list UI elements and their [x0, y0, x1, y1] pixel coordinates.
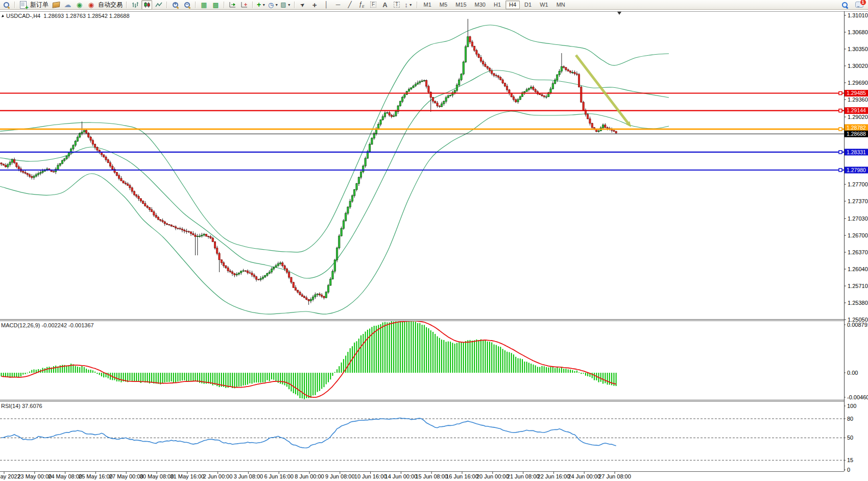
svg-text:100: 100	[847, 403, 856, 409]
market-depth-icon[interactable]: ☁	[62, 0, 73, 10]
candlestick-chart-icon[interactable]	[141, 0, 152, 10]
vertical-line-icon[interactable]: │	[321, 0, 332, 10]
new-order-icon-label[interactable]: 新订单	[30, 1, 49, 9]
hline-handle[interactable]	[839, 128, 842, 131]
svg-text:10 Jun 16:00: 10 Jun 16:00	[354, 473, 387, 479]
svg-text:1.28688: 1.28688	[847, 131, 866, 137]
svg-text:27 Jun 08:00: 27 Jun 08:00	[598, 473, 631, 479]
trendline-icon[interactable]: ╱	[345, 0, 355, 10]
timeframe-h1-button[interactable]: H1	[490, 1, 504, 9]
svg-text:80: 80	[847, 416, 853, 422]
indicators-icon[interactable]: +▼	[256, 0, 267, 10]
svg-text:15: 15	[847, 457, 853, 463]
timeframe-m15-button[interactable]: M15	[452, 1, 470, 9]
main-toolbar: +新订单☁◉◉自动交易+−▦▩+▼◷▼▨▼➤+│─╱ƒEFAT↕▼M1M5M15…	[0, 0, 868, 10]
timeframe-m5-button[interactable]: M5	[436, 1, 451, 9]
svg-text:23 May 00:00: 23 May 00:00	[17, 473, 52, 479]
arrows-icon[interactable]: ↕▼	[403, 0, 414, 10]
svg-text:1.30680: 1.30680	[848, 29, 868, 35]
svg-text:1.30350: 1.30350	[848, 46, 868, 52]
notification-badge: 1	[860, 0, 866, 6]
notifications-chat-icon[interactable]: 1	[854, 0, 864, 10]
chevron-down-icon: ▼	[409, 3, 413, 7]
auto-scroll-icon[interactable]	[227, 0, 238, 10]
templates-icon[interactable]: ▨▼	[280, 0, 291, 10]
price-badge-support: 1.27980	[845, 167, 868, 174]
svg-text:1.27700: 1.27700	[848, 181, 868, 187]
toolbar-separator	[166, 2, 167, 8]
chart-window[interactable]: 1.310101.306801.303501.300201.296901.293…	[0, 0, 868, 481]
horizontal-line-icon[interactable]: ─	[333, 0, 344, 10]
svg-text:1.26700: 1.26700	[848, 232, 868, 238]
chart-shift-icon[interactable]	[239, 0, 250, 10]
cascade-windows-icon[interactable]: ▩	[210, 0, 221, 10]
svg-text:31 May 16:00: 31 May 16:00	[170, 473, 204, 479]
toolbar-separator	[195, 2, 196, 8]
text-label-icon[interactable]: T	[392, 0, 402, 10]
svg-text:25 May 16:00: 25 May 16:00	[79, 473, 113, 479]
timeframe-h4-button[interactable]: H4	[505, 1, 520, 9]
toolbar-separator	[252, 2, 253, 8]
timeframe-m30-button[interactable]: M30	[471, 1, 489, 9]
text-icon[interactable]: A	[380, 0, 391, 10]
chart-canvas[interactable]: 1.310101.306801.303501.300201.296901.293…	[0, 0, 868, 481]
svg-text:1.25710: 1.25710	[848, 283, 868, 289]
svg-text:1.27370: 1.27370	[848, 198, 868, 204]
toolbar-separator	[126, 2, 127, 8]
svg-text:15 Jun 08:00: 15 Jun 08:00	[415, 473, 448, 479]
crosshair-icon[interactable]: +	[309, 0, 320, 10]
periods-clock-icon[interactable]: ◷▼	[268, 0, 279, 10]
svg-text:14 Jun 00:00: 14 Jun 00:00	[385, 473, 418, 479]
timeframe-w1-button[interactable]: W1	[536, 1, 552, 9]
cursor-icon[interactable]: ➤	[298, 0, 308, 10]
svg-text:22 Jun 16:00: 22 Jun 16:00	[538, 473, 570, 479]
price-badge-resistance: 1.29485	[845, 90, 868, 97]
search-icon[interactable]	[839, 0, 850, 10]
svg-text:2 Jun 00:00: 2 Jun 00:00	[203, 473, 233, 479]
svg-text:1.31010: 1.31010	[848, 12, 868, 18]
auto-trading-icon[interactable]: ◉	[86, 0, 97, 10]
svg-text:21 Jun 08:00: 21 Jun 08:00	[507, 473, 540, 479]
line-chart-icon[interactable]	[153, 0, 164, 10]
svg-text:1.29360: 1.29360	[848, 97, 868, 103]
tile-windows-icon[interactable]: ▦	[199, 0, 209, 10]
svg-text:24 May 08:00: 24 May 08:00	[48, 473, 82, 479]
svg-text:1.26040: 1.26040	[848, 266, 868, 272]
svg-text:27 May 00:00: 27 May 00:00	[109, 473, 143, 479]
timeframe-m1-button[interactable]: M1	[420, 1, 435, 9]
new-order-icon[interactable]: +	[18, 0, 29, 10]
svg-text:1.30020: 1.30020	[848, 63, 868, 69]
fibonacci-icon[interactable]: ƒE	[356, 0, 367, 10]
svg-text:3 Jun 08:00: 3 Jun 08:00	[234, 473, 263, 479]
chevron-down-icon: ▼	[275, 3, 278, 7]
svg-text:1.28331: 1.28331	[847, 149, 866, 155]
price-badge-bid: 1.28688	[845, 131, 868, 137]
svg-text:16 Jun 16:00: 16 Jun 16:00	[446, 473, 478, 479]
svg-text:1.27030: 1.27030	[848, 215, 868, 222]
svg-text:1.29690: 1.29690	[848, 80, 868, 86]
svg-text:8 Jun 00:00: 8 Jun 00:00	[295, 473, 324, 479]
zoom-out-icon[interactable]: −	[182, 0, 192, 10]
svg-text:1.29485: 1.29485	[847, 90, 866, 96]
auto-trading-icon-label[interactable]: 自动交易	[98, 1, 123, 9]
styler-bucket-icon[interactable]	[51, 0, 61, 10]
price-badge-support: 1.28331	[845, 149, 868, 155]
signals-icon[interactable]: ◉	[74, 0, 85, 10]
bar-chart-icon[interactable]	[130, 0, 140, 10]
timeframe-d1-button[interactable]: D1	[521, 1, 535, 9]
fibo-grid-icon[interactable]: F	[368, 0, 379, 10]
hline-handle[interactable]	[839, 109, 842, 112]
hline-handle[interactable]	[839, 151, 842, 154]
svg-text:1.26370: 1.26370	[848, 249, 868, 255]
zoom-in-icon[interactable]: +	[170, 0, 181, 10]
hline-handle[interactable]	[839, 92, 842, 95]
svg-text:30 May 08:00: 30 May 08:00	[140, 473, 174, 479]
svg-text:1.25380: 1.25380	[848, 300, 868, 306]
symbols-search-icon[interactable]	[1, 0, 12, 10]
hline-handle[interactable]	[839, 169, 842, 172]
toolbar-separator	[417, 2, 418, 8]
price-badge-pivot: 1.28782	[845, 124, 868, 131]
timeframe-mn-button[interactable]: MN	[553, 1, 569, 9]
time-axis[interactable]: 19 May 202223 May 00:0024 May 08:0025 Ma…	[0, 472, 631, 479]
toolbar-separator	[14, 2, 15, 8]
